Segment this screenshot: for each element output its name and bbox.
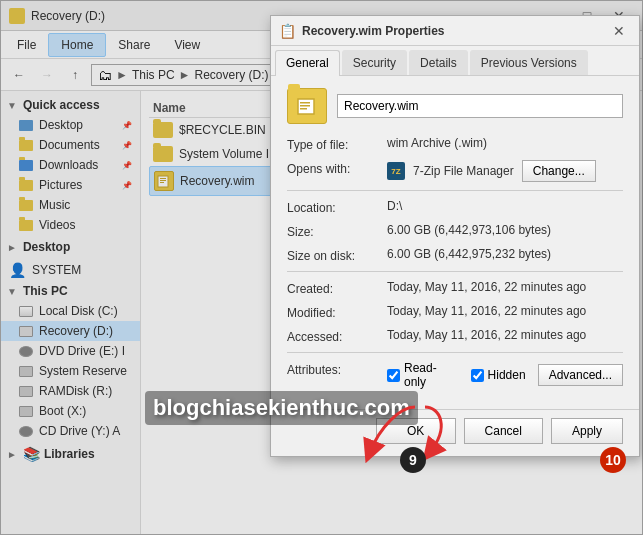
opens-with-content: 7Z 7-Zip File Manager Change... bbox=[387, 160, 596, 182]
dialog-title-bar: 📋 Recovery.wim Properties ✕ bbox=[271, 16, 639, 46]
dialog-title-left: 📋 Recovery.wim Properties bbox=[279, 23, 445, 39]
modified-row: Modified: Today, May 11, 2016, 22 minute… bbox=[287, 304, 623, 320]
seven-zip-icon: 7Z bbox=[387, 162, 405, 180]
size-on-disk-row: Size on disk: 6.00 GB (6,442,975,232 byt… bbox=[287, 247, 623, 263]
readonly-label: Read-only bbox=[404, 361, 459, 389]
attributes-content: Read-only Hidden Advanced... bbox=[387, 361, 623, 389]
filename-input[interactable] bbox=[337, 94, 623, 118]
properties-dialog: 📋 Recovery.wim Properties ✕ General Secu… bbox=[270, 15, 640, 457]
readonly-checkbox[interactable] bbox=[387, 369, 400, 382]
svg-rect-6 bbox=[300, 105, 310, 107]
readonly-checkbox-label[interactable]: Read-only bbox=[387, 361, 459, 389]
dialog-buttons: OK Cancel Apply bbox=[271, 409, 639, 456]
modified-label: Modified: bbox=[287, 304, 387, 320]
dialog-content: Type of file: wim Archive (.wim) Opens w… bbox=[271, 76, 639, 409]
size-label: Size: bbox=[287, 223, 387, 239]
size-row: Size: 6.00 GB (6,442,973,106 bytes) bbox=[287, 223, 623, 239]
hidden-label: Hidden bbox=[488, 368, 526, 382]
dialog-title-text: Recovery.wim Properties bbox=[302, 24, 445, 38]
location-label: Location: bbox=[287, 199, 387, 215]
opens-value: 7-Zip File Manager bbox=[413, 164, 514, 178]
dialog-close-button[interactable]: ✕ bbox=[607, 19, 631, 43]
divider-2 bbox=[287, 271, 623, 272]
tab-previous-versions[interactable]: Previous Versions bbox=[470, 50, 588, 75]
dialog-title-icon: 📋 bbox=[279, 23, 296, 39]
filename-row bbox=[287, 88, 623, 124]
big-file-icon bbox=[287, 88, 327, 124]
created-value: Today, May 11, 2016, 22 minutes ago bbox=[387, 280, 623, 294]
tab-details[interactable]: Details bbox=[409, 50, 468, 75]
hidden-checkbox[interactable] bbox=[471, 369, 484, 382]
accessed-row: Accessed: Today, May 11, 2016, 22 minute… bbox=[287, 328, 623, 344]
tab-general[interactable]: General bbox=[275, 50, 340, 76]
type-value: wim Archive (.wim) bbox=[387, 136, 623, 150]
created-row: Created: Today, May 11, 2016, 22 minutes… bbox=[287, 280, 623, 296]
opens-with-row: Opens with: 7Z 7-Zip File Manager Change… bbox=[287, 160, 623, 182]
size-on-disk-value: 6.00 GB (6,442,975,232 bytes) bbox=[387, 247, 623, 261]
accessed-value: Today, May 11, 2016, 22 minutes ago bbox=[387, 328, 623, 342]
location-row: Location: D:\ bbox=[287, 199, 623, 215]
attributes-label: Attributes: bbox=[287, 361, 387, 377]
svg-rect-5 bbox=[300, 102, 310, 104]
svg-rect-7 bbox=[300, 108, 307, 110]
accessed-label: Accessed: bbox=[287, 328, 387, 344]
tab-security[interactable]: Security bbox=[342, 50, 407, 75]
hidden-checkbox-label[interactable]: Hidden bbox=[471, 368, 526, 382]
opens-label: Opens with: bbox=[287, 160, 387, 176]
dialog-tabs: General Security Details Previous Versio… bbox=[271, 46, 639, 76]
divider-1 bbox=[287, 190, 623, 191]
size-value: 6.00 GB (6,442,973,106 bytes) bbox=[387, 223, 623, 237]
size-on-disk-label: Size on disk: bbox=[287, 247, 387, 263]
advanced-button[interactable]: Advanced... bbox=[538, 364, 623, 386]
type-row: Type of file: wim Archive (.wim) bbox=[287, 136, 623, 152]
cancel-button[interactable]: Cancel bbox=[464, 418, 543, 444]
ok-button[interactable]: OK bbox=[376, 418, 456, 444]
divider-3 bbox=[287, 352, 623, 353]
type-label: Type of file: bbox=[287, 136, 387, 152]
location-value: D:\ bbox=[387, 199, 623, 213]
created-label: Created: bbox=[287, 280, 387, 296]
attributes-row: Attributes: Read-only Hidden Advanced... bbox=[287, 361, 623, 389]
change-button[interactable]: Change... bbox=[522, 160, 596, 182]
modified-value: Today, May 11, 2016, 22 minutes ago bbox=[387, 304, 623, 318]
apply-button[interactable]: Apply bbox=[551, 418, 623, 444]
